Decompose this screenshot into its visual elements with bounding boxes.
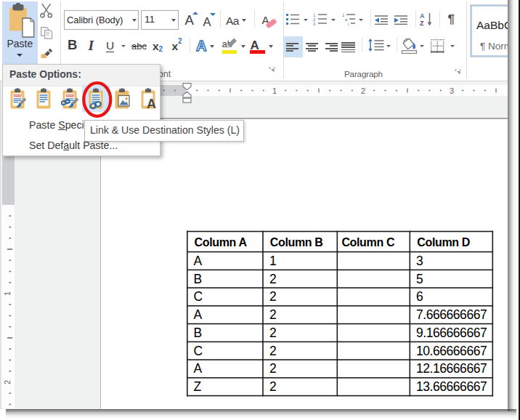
svg-text:Column B: Column B bbox=[270, 236, 323, 249]
svg-text:A: A bbox=[194, 307, 203, 322]
svg-text:2: 2 bbox=[269, 344, 277, 358]
svg-text:1: 1 bbox=[269, 254, 277, 268]
svg-text:2: 2 bbox=[269, 307, 277, 322]
svg-text:2: 2 bbox=[269, 326, 277, 340]
svg-text:13.66666667: 13.66666667 bbox=[416, 379, 487, 394]
svg-text:C: C bbox=[194, 289, 203, 304]
svg-text:2: 2 bbox=[269, 379, 277, 394]
svg-text:C: C bbox=[194, 344, 203, 358]
svg-text:1: 1 bbox=[272, 86, 277, 95]
svg-text:Column D: Column D bbox=[417, 236, 470, 249]
svg-text:3: 3 bbox=[313, 21, 316, 25]
svg-text:Column A: Column A bbox=[195, 236, 248, 249]
svg-text:6: 6 bbox=[416, 289, 423, 304]
svg-text:A: A bbox=[147, 96, 156, 110]
svg-text:Z: Z bbox=[420, 20, 424, 26]
svg-text:10.66666667: 10.66666667 bbox=[416, 344, 487, 358]
svg-text:A: A bbox=[194, 361, 203, 376]
svg-text:3: 3 bbox=[416, 254, 423, 268]
svg-text:A: A bbox=[194, 254, 203, 268]
svg-text:2: 2 bbox=[269, 272, 277, 286]
svg-text:B: B bbox=[194, 326, 203, 340]
svg-text:Z: Z bbox=[194, 379, 202, 394]
svg-text:1: 1 bbox=[3, 291, 12, 295]
svg-text:7.666666667: 7.666666667 bbox=[416, 307, 487, 322]
svg-text:2: 2 bbox=[269, 289, 277, 304]
svg-text:5: 5 bbox=[416, 272, 423, 286]
svg-text:B: B bbox=[194, 272, 203, 286]
svg-text:3: 3 bbox=[450, 86, 454, 95]
svg-text:2: 2 bbox=[269, 361, 277, 376]
svg-text:9.166666667: 9.166666667 bbox=[416, 326, 487, 340]
svg-text:Column C: Column C bbox=[341, 236, 395, 249]
svg-text:i: i bbox=[348, 21, 349, 25]
svg-text:12.16666667: 12.16666667 bbox=[416, 361, 487, 376]
svg-text:2: 2 bbox=[3, 379, 12, 384]
svg-text:A: A bbox=[420, 12, 425, 20]
svg-text:2: 2 bbox=[361, 86, 365, 95]
